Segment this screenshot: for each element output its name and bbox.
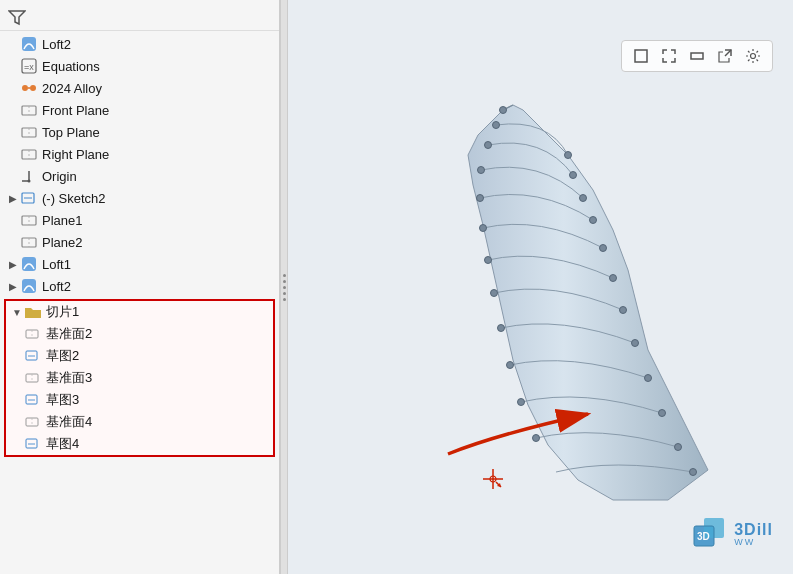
expand-arrow: ▶ — [6, 191, 20, 205]
tree-label: 基准面4 — [46, 413, 92, 431]
svg-point-54 — [570, 172, 577, 179]
svg-marker-0 — [9, 11, 25, 24]
tree-item-refplane4[interactable]: 基准面4 — [6, 411, 273, 433]
plane-icon — [20, 145, 38, 163]
tree-label: Origin — [42, 169, 77, 184]
expand-arrow: ▼ — [10, 305, 24, 319]
svg-point-53 — [565, 152, 572, 159]
svg-point-4 — [22, 85, 28, 91]
tree-label: 草图4 — [46, 435, 79, 453]
svg-rect-34 — [26, 439, 37, 448]
expand-arrow — [10, 437, 24, 451]
tree-label: 2024 Alloy — [42, 81, 102, 96]
tree-item-loft2-top[interactable]: Loft2 — [0, 33, 279, 55]
tree-label: (-) Sketch2 — [42, 191, 106, 206]
refplane-icon — [24, 369, 42, 387]
tree-item-caotu3[interactable]: 草图3 — [6, 389, 273, 411]
sketch-icon — [20, 189, 38, 207]
tree-item-alloy[interactable]: 2024 Alloy — [0, 77, 279, 99]
tree-label: 草图2 — [46, 347, 79, 365]
svg-point-60 — [632, 340, 639, 347]
expand-arrow — [6, 125, 20, 139]
3d-viewport[interactable]: 3D 3Dill WW — [288, 0, 793, 574]
tree-item-origin[interactable]: Origin — [0, 165, 279, 187]
tree-item-equations[interactable]: =x Equations — [0, 55, 279, 77]
expand-arrow — [10, 349, 24, 363]
svg-point-49 — [498, 325, 505, 332]
svg-point-50 — [507, 362, 514, 369]
tree-item-refplane3[interactable]: 基准面3 — [6, 367, 273, 389]
watermark: 3D 3Dill WW — [690, 514, 773, 554]
svg-rect-30 — [26, 395, 37, 404]
tree-item-sketch2[interactable]: ▶ (-) Sketch2 — [0, 187, 279, 209]
tree-label: Right Plane — [42, 147, 109, 162]
expand-arrow — [10, 415, 24, 429]
watermark-cube-icon: 3D — [690, 514, 730, 554]
svg-point-42 — [493, 122, 500, 129]
expand-arrow — [6, 235, 20, 249]
tree-item-caotu2[interactable]: 草图2 — [6, 345, 273, 367]
tree-item-front-plane[interactable]: Front Plane — [0, 99, 279, 121]
plane-icon — [20, 211, 38, 229]
tree-item-caotu4[interactable]: 草图4 — [6, 433, 273, 455]
filter-icon[interactable] — [8, 8, 26, 26]
tree-item-folder-qiepian[interactable]: ▼ 切片1 — [6, 301, 273, 323]
folder-icon — [24, 303, 42, 321]
tree-label: Front Plane — [42, 103, 109, 118]
red-arrow — [438, 394, 618, 474]
svg-point-47 — [485, 257, 492, 264]
svg-text:=x: =x — [24, 62, 34, 72]
svg-point-5 — [30, 85, 36, 91]
svg-point-56 — [590, 217, 597, 224]
watermark-sublabel: WW — [734, 538, 773, 547]
expand-arrow — [6, 81, 20, 95]
splitter-dot — [283, 292, 286, 295]
origin-icon — [20, 167, 38, 185]
tree-label: Loft1 — [42, 257, 71, 272]
app-container: Loft2 =x Equations 2024 — [0, 0, 793, 574]
tree-label: Top Plane — [42, 125, 100, 140]
panel-splitter[interactable] — [280, 0, 288, 574]
splitter-dot — [283, 286, 286, 289]
tree-label: Plane2 — [42, 235, 82, 250]
svg-point-45 — [477, 195, 484, 202]
svg-point-41 — [500, 107, 507, 114]
loft-icon — [20, 255, 38, 273]
svg-point-48 — [491, 290, 498, 297]
svg-rect-26 — [26, 351, 37, 360]
splitter-dot — [283, 280, 286, 283]
tree-item-plane1[interactable]: Plane1 — [0, 209, 279, 231]
equations-icon: =x — [20, 57, 38, 75]
expand-arrow: ▶ — [6, 257, 20, 271]
tree-item-right-plane[interactable]: Right Plane — [0, 143, 279, 165]
tree-label: Loft2 — [42, 279, 71, 294]
tree-item-top-plane[interactable]: Top Plane — [0, 121, 279, 143]
loft-icon — [20, 35, 38, 53]
sketch-icon — [24, 347, 42, 365]
tree-label: 基准面2 — [46, 325, 92, 343]
filter-bar — [0, 4, 279, 31]
plane-icon — [20, 123, 38, 141]
feature-tree-panel: Loft2 =x Equations 2024 — [0, 0, 280, 574]
refplane-icon — [24, 325, 42, 343]
tree-item-refplane2[interactable]: 基准面2 — [6, 323, 273, 345]
tree-item-loft1[interactable]: ▶ Loft1 — [0, 253, 279, 275]
expand-arrow — [10, 327, 24, 341]
svg-point-57 — [600, 245, 607, 252]
expand-arrow: ▶ — [6, 279, 20, 293]
highlighted-group: ▼ 切片1 基准面2 — [4, 299, 275, 457]
tree-item-plane2[interactable]: Plane2 — [0, 231, 279, 253]
refplane-icon — [24, 413, 42, 431]
tree-item-loft2[interactable]: ▶ Loft2 — [0, 275, 279, 297]
svg-point-15 — [28, 180, 31, 183]
expand-arrow — [6, 103, 20, 117]
svg-point-43 — [485, 142, 492, 149]
tree-label: 草图3 — [46, 391, 79, 409]
splitter-dot — [283, 274, 286, 277]
svg-point-58 — [610, 275, 617, 282]
svg-point-55 — [580, 195, 587, 202]
sketch-icon — [24, 391, 42, 409]
expand-arrow — [10, 393, 24, 407]
plane-icon — [20, 233, 38, 251]
svg-point-59 — [620, 307, 627, 314]
